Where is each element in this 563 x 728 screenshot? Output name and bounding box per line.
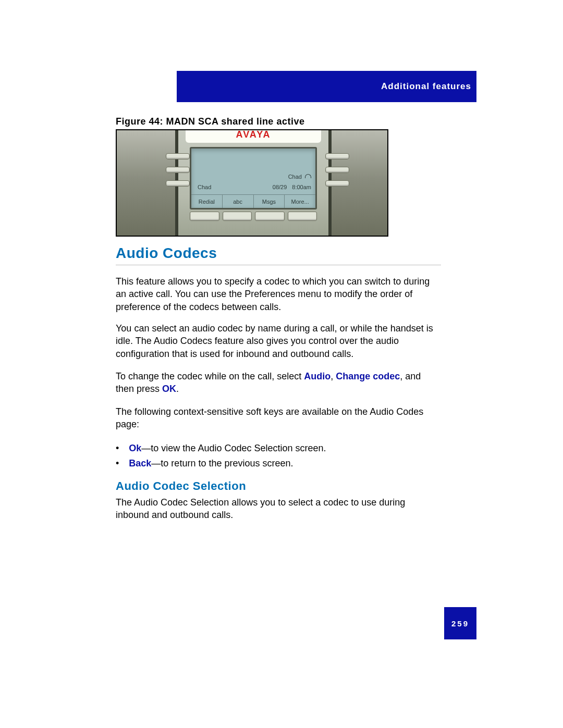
text: To change the codec while on the call, s… xyxy=(116,371,304,381)
figure-caption: Figure 44: MADN SCA shared line active xyxy=(116,116,304,127)
paragraph-select: You can select an audio codec by name du… xyxy=(116,322,441,360)
lcd-mid-row: Chad xyxy=(191,174,315,180)
page-number: 259 xyxy=(451,619,469,628)
page-number-box: 259 xyxy=(444,607,476,639)
phone-under-buttons xyxy=(190,212,317,221)
header-bar: Additional features xyxy=(177,71,476,102)
phone-device: AVAYA Chad Chad 08/29 xyxy=(164,129,351,237)
heading-audio-codec-selection: Audio Codec Selection xyxy=(116,479,246,493)
heading-audio-codecs: Audio Codecs xyxy=(116,245,441,265)
paragraph-softkeys-intro: The following context-sensitive soft key… xyxy=(116,405,441,431)
keyword-ok: Ok xyxy=(129,443,141,453)
lcd-softkey-row: Redial abc Msgs More... xyxy=(191,194,315,208)
lcd-date: 08/29 xyxy=(273,184,287,190)
handset-icon xyxy=(305,174,311,178)
softkey-redial: Redial xyxy=(191,195,223,208)
softkey-abc: abc xyxy=(223,195,254,208)
phone-button xyxy=(223,212,252,221)
keyword-ok: OK xyxy=(162,384,176,394)
paragraph-change-codec: To change the codec while on the call, s… xyxy=(116,370,441,396)
text: —to return to the previous screen. xyxy=(151,458,293,468)
softkey-msgs: Msgs xyxy=(254,195,285,208)
side-button xyxy=(325,167,349,173)
softkey-more: More... xyxy=(285,195,315,208)
phone-button xyxy=(288,212,317,221)
brand-logo: AVAYA xyxy=(236,129,271,140)
lcd-time: 8:00am xyxy=(292,184,311,190)
keyword-change-codec: Change codec xyxy=(336,371,400,381)
text: —to view the Audio Codec Selection scree… xyxy=(141,443,326,453)
lcd-user-name: Chad xyxy=(198,184,211,190)
list-item: Ok—to view the Audio Codec Selection scr… xyxy=(116,441,441,456)
side-button xyxy=(325,180,349,187)
text: . xyxy=(176,384,179,394)
figure-image: AVAYA Chad Chad 08/29 xyxy=(116,129,388,237)
brand-strip: AVAYA xyxy=(186,129,321,143)
side-button xyxy=(166,153,190,159)
side-button xyxy=(166,180,190,187)
lcd-caller-name: Chad xyxy=(288,174,302,180)
side-button xyxy=(166,167,190,173)
lcd-sub-row: Chad 08/29 8:00am xyxy=(191,184,315,190)
phone-button xyxy=(255,212,285,221)
softkey-bullet-list: Ok—to view the Audio Codec Selection scr… xyxy=(116,441,441,471)
phone-lcd: Chad Chad 08/29 8:00am Redial abc Msgs M… xyxy=(190,147,317,209)
list-item: Back—to return to the previous screen. xyxy=(116,456,441,471)
document-page: Additional features Figure 44: MADN SCA … xyxy=(70,0,493,728)
paragraph-intro: This feature allows you to specify a cod… xyxy=(116,275,441,313)
text: , xyxy=(331,371,336,381)
side-button xyxy=(325,153,349,159)
keyword-audio: Audio xyxy=(304,371,331,381)
paragraph-selection: The Audio Codec Selection allows you to … xyxy=(116,496,441,522)
header-section-title: Additional features xyxy=(381,81,471,92)
phone-button xyxy=(190,212,219,221)
keyword-back: Back xyxy=(129,458,151,468)
